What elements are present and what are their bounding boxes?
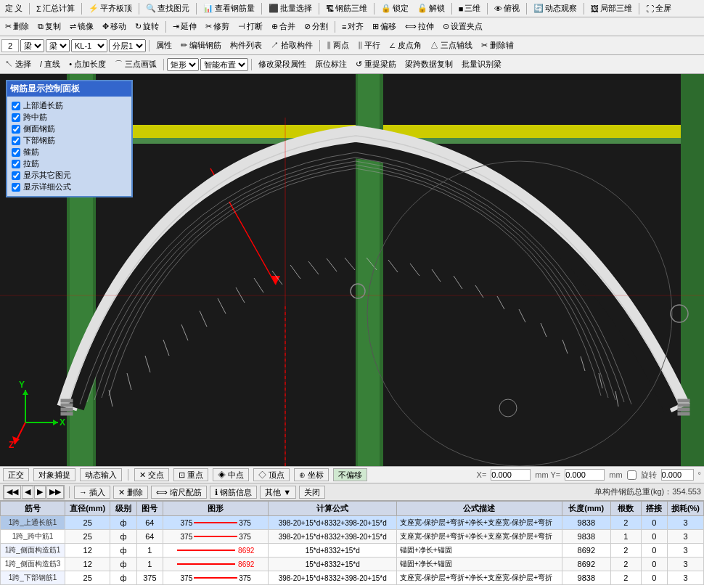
panel-item-formula[interactable]: 显示详细公式: [12, 181, 127, 192]
rotate-check[interactable]: [627, 470, 637, 480]
side-rebar-check[interactable]: [12, 125, 20, 134]
flatten-btn[interactable]: ⚡ 平齐板顶: [85, 1, 136, 16]
delete-btn[interactable]: ✂ 删除: [1, 20, 33, 34]
beam-type1-select[interactable]: 梁: [20, 39, 44, 52]
table-row[interactable]: 1跨_下部钢筋125ф375 375 375 398-20+15*d+8332+…: [1, 571, 704, 585]
redraw-btn[interactable]: ↺ 重提梁筋: [352, 57, 400, 72]
view-rebar-btn[interactable]: 📊 查看钢筋量: [200, 1, 258, 16]
rotate-btn[interactable]: ↻ 旋转: [131, 20, 163, 34]
intersect-btn[interactable]: ✕ 交点: [134, 468, 169, 481]
copy-btn[interactable]: ⧉ 复制: [34, 20, 65, 34]
batch-id-btn[interactable]: 批量识别梁: [458, 57, 505, 72]
smart-select[interactable]: 智能布置: [200, 58, 248, 71]
stretch-btn[interactable]: ⟺ 拉伸: [401, 20, 438, 34]
last-btn[interactable]: ▶▶: [46, 486, 64, 499]
summary-btn[interactable]: Σ 汇总计算: [33, 1, 78, 16]
other-elem-check[interactable]: [12, 171, 20, 180]
pick-btn[interactable]: ↗ 拾取构件: [267, 38, 316, 53]
member-list-btn[interactable]: 构件列表: [226, 38, 266, 53]
panel-item-top[interactable]: 上部通长筋: [12, 100, 127, 111]
rotate-input[interactable]: [661, 469, 694, 481]
table-row[interactable]: 1跨_跨中筋125ф64 375 375 398-20+15*d+8332+39…: [1, 530, 704, 544]
no-offset-btn[interactable]: 不偏移: [333, 468, 367, 481]
table-area[interactable]: 筋号 直径(mm) 级别 图号 图形 计算公式 公式描述 长度(mm) 根数 搭…: [0, 501, 704, 588]
panel-item-other[interactable]: 显示其它图元: [12, 170, 127, 181]
merge-btn[interactable]: ⊕ 合并: [268, 20, 299, 34]
select-btn[interactable]: ↖ 选择: [1, 57, 35, 72]
next-btn[interactable]: ▶: [34, 486, 46, 499]
three-arc-btn[interactable]: ⌒ 三点画弧: [111, 57, 160, 72]
bot-rebar-check[interactable]: [12, 136, 20, 145]
lock-btn[interactable]: 🔒 锁定: [377, 1, 412, 16]
line-btn[interactable]: / 直线: [36, 57, 64, 72]
x-coord-input[interactable]: [491, 469, 531, 481]
prop-btn[interactable]: 属性: [152, 38, 176, 53]
three-point-btn[interactable]: △ 三点辅线: [427, 38, 476, 53]
mirror-btn[interactable]: ⇌ 镜像: [66, 20, 97, 34]
other-btn[interactable]: 其他 ▼: [260, 486, 296, 499]
unlock-btn[interactable]: 🔓 解锁: [414, 1, 449, 16]
beam-layer-select[interactable]: 分层1: [109, 39, 146, 52]
fullscreen-btn[interactable]: ⛶ 全屏: [642, 1, 675, 16]
panel-item-bot[interactable]: 下部钢筋: [12, 135, 127, 146]
first-btn[interactable]: ◀◀: [4, 486, 21, 499]
find-btn[interactable]: 🔍 查找图元: [142, 1, 193, 16]
top-rebar-check[interactable]: [12, 102, 20, 110]
split-btn[interactable]: ⊘ 分割: [300, 20, 332, 34]
midpoint-btn[interactable]: ◈ 中点: [213, 468, 249, 481]
panel-item-mid[interactable]: 跨中筋: [12, 112, 127, 123]
snap-btn[interactable]: 对象捕捉: [33, 468, 75, 481]
svg-rect-46: [678, 412, 689, 415]
add-len-btn[interactable]: • 点加长度: [65, 57, 110, 72]
table-row[interactable]: 1跨_上通长筋125ф64 375 375 398-20+15*d+8332+3…: [1, 516, 704, 530]
table-row[interactable]: 1跨_侧面构造筋312ф1 8692 15*d+8332+15*d锚固+净长+锚…: [1, 558, 704, 571]
shape-select[interactable]: 矩形: [167, 58, 199, 71]
batch-select-btn[interactable]: ⬛ 批量选择: [265, 1, 316, 16]
view-btn[interactable]: 👁 俯视: [491, 1, 523, 16]
extend-btn[interactable]: ⇥ 延伸: [169, 20, 200, 34]
stir-rebar-check[interactable]: [12, 148, 20, 157]
origin-btn[interactable]: 原位标注: [311, 57, 351, 72]
scale-btn[interactable]: ⟺ 缩尺配筋: [151, 486, 207, 499]
delete2-btn[interactable]: ✂ 删除辅: [478, 38, 517, 53]
offset-btn[interactable]: ⊞ 偏移: [369, 20, 400, 34]
formula-check[interactable]: [12, 183, 20, 192]
ortho-btn[interactable]: 正交: [3, 468, 29, 481]
local3d-btn[interactable]: 🖼 局部三维: [587, 1, 636, 16]
prev-btn[interactable]: ◀: [22, 486, 33, 499]
insert-rebar-btn[interactable]: → 插入: [74, 486, 110, 499]
pull-rebar-check[interactable]: [12, 160, 20, 168]
beam-code-select[interactable]: KL-1: [71, 39, 107, 52]
panel-item-stir[interactable]: 箍筋: [12, 147, 127, 158]
close-btn[interactable]: 关闭: [299, 486, 325, 499]
modify-seg-btn[interactable]: 修改梁段属性: [255, 57, 310, 72]
mid-rebar-check[interactable]: [12, 113, 20, 122]
table-row[interactable]: 1跨_侧面构造筋112ф1 8692 15*d+8332+15*d锚固+净长+锚…: [1, 544, 704, 558]
angle-btn[interactable]: ∠ 皮点角: [385, 38, 425, 53]
break-btn[interactable]: ⊣ 打断: [234, 20, 266, 34]
align-btn[interactable]: ≡ 对齐: [338, 20, 367, 34]
3d-btn[interactable]: ■ 三维: [455, 1, 485, 16]
canvas-area[interactable]: X Y Z 钢筋显示控制面板 上部通长筋 跨中筋 侧面钢筋 下部钢筋: [0, 74, 704, 466]
beam-type2-select[interactable]: 梁: [46, 39, 70, 52]
endpoint-btn[interactable]: ◇ 顶点: [253, 468, 290, 481]
panel-item-side[interactable]: 侧面钢筋: [12, 123, 127, 134]
edit-rebar-btn[interactable]: ✏ 编辑钢筋: [177, 38, 225, 53]
panel-item-pull[interactable]: 拉筋: [12, 158, 127, 169]
trim-btn[interactable]: ✂ 修剪: [202, 20, 233, 34]
coord-btn[interactable]: ⊕ 坐标: [294, 468, 329, 481]
rebar-info-btn[interactable]: ℹ 钢筋信息: [210, 486, 257, 499]
delete-rebar-btn[interactable]: ✕ 删除: [113, 486, 148, 499]
parallel-btn[interactable]: ∥ 平行: [354, 38, 384, 53]
dynamic-btn[interactable]: 🔄 动态观察: [530, 1, 581, 16]
move-btn[interactable]: ✥ 移动: [99, 20, 130, 34]
rebar3d-btn[interactable]: 🏗 钢筋三维: [322, 1, 371, 16]
heavy-btn[interactable]: ⊡ 重点: [173, 468, 208, 481]
setpoint-btn[interactable]: ⊙ 设置夹点: [439, 20, 486, 34]
beam-num-input[interactable]: [1, 39, 19, 52]
define-btn[interactable]: 定义: [1, 1, 26, 16]
y-coord-input[interactable]: [565, 469, 605, 481]
span-data-btn[interactable]: 梁跨数据复制: [401, 57, 457, 72]
two-point-btn[interactable]: ∥ 两点: [323, 38, 353, 53]
dyn-input-btn[interactable]: 动态输入: [80, 468, 122, 481]
